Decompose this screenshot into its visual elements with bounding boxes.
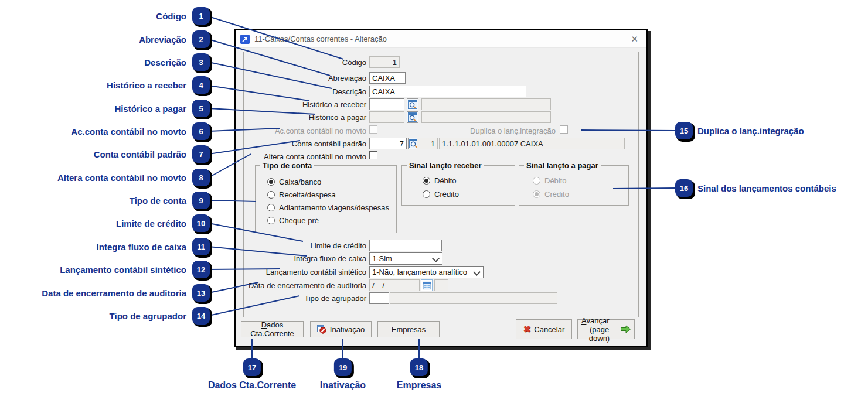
sinal-receber-group: Sinal lançto receber Débito Crédito <box>401 165 515 206</box>
callout-sinal-lancamentos: 16 Sinal dos lançamentos contábeis <box>675 179 836 197</box>
callout-label: Lançamento contábil sintético <box>60 265 186 275</box>
close-icon[interactable]: ✕ <box>627 34 642 45</box>
tipo-conta-group: Tipo de conta Caixa/banco Receita/despes… <box>255 165 397 233</box>
callout-empresas: 18 Empresas <box>397 358 442 391</box>
callout-badge: 7 <box>192 145 210 163</box>
callout-label: Ac.conta contábil no movto <box>71 127 186 136</box>
app-icon <box>240 35 250 44</box>
callout-tipo-conta: Tipo de conta 9 <box>130 192 210 209</box>
callout-label: Tipo de agrupador <box>110 311 186 321</box>
callout-integra-fluxo: Integra fluxo de caixa 11 <box>97 238 210 255</box>
codigo-label: Código <box>342 58 366 67</box>
dados-cta-corrente-button[interactable]: Dados Cta.Corrente <box>241 321 304 337</box>
callout-lanc-sintetico: Lançamento contábil sintético 12 <box>60 261 210 278</box>
button-label: Inativação <box>330 325 365 334</box>
callout-label: Data de encerramento de auditoria <box>42 288 186 298</box>
inativacao-button[interactable]: Inativação <box>310 321 372 337</box>
tipo-agrupador-label: Tipo de agrupador <box>304 294 366 303</box>
callout-badge: 13 <box>192 284 210 302</box>
callout-label: Duplica o lanç.integração <box>697 126 804 136</box>
integra-fluxo-select[interactable]: 1-Sim <box>369 252 442 265</box>
button-label: Avançar (page down) <box>581 316 617 343</box>
radio-label: Débito <box>544 176 567 185</box>
cancelar-button[interactable]: ✖ Cancelar <box>516 319 572 339</box>
sinal-pagar-group: Sinal lançto a pagar Débito Crédito <box>519 165 629 206</box>
title-bar: 11-Caixas/Contas correntes - Alteração ✕ <box>236 30 646 48</box>
callout-badge: 5 <box>192 100 210 117</box>
altera-conta-checkbox[interactable] <box>369 151 377 159</box>
radio-label: Débito <box>434 176 457 185</box>
historico-receber-search-icon[interactable] <box>407 98 418 110</box>
callout-badge: 12 <box>192 261 210 278</box>
radio-label: Cheque pré <box>279 216 319 225</box>
callout-badge: 8 <box>192 169 210 186</box>
callout-label: Empresas <box>397 380 442 391</box>
callout-badge: 2 <box>192 30 210 48</box>
radio-cheque-pre[interactable]: Cheque pré <box>267 216 319 225</box>
radio-receber-credito[interactable]: Crédito <box>423 190 459 199</box>
abreviacao-field[interactable] <box>369 72 406 84</box>
cancel-x-icon: ✖ <box>523 324 531 334</box>
descricao-label: Descrição <box>332 87 366 96</box>
selected-option: 1-Não, lançamento analítico <box>372 268 467 276</box>
data-auditoria-field[interactable] <box>369 279 420 291</box>
radio-pagar-credito: Crédito <box>533 190 569 199</box>
dialog-window: 11-Caixas/Contas correntes - Alteração ✕… <box>234 29 648 347</box>
radio-caixa-banco[interactable]: Caixa/banco <box>267 177 321 186</box>
avancar-button[interactable]: Avançar (page down) <box>577 319 635 339</box>
callout-altera-conta: Altera conta contábil no movto 8 <box>57 169 210 186</box>
advance-arrow-icon <box>621 325 631 333</box>
empresas-button[interactable]: Empresas <box>377 321 440 337</box>
abreviacao-label: Abreviação <box>328 74 366 83</box>
radio-icon <box>267 191 275 199</box>
selected-option: 1-Sim <box>372 254 392 263</box>
callout-label: Tipo de conta <box>130 196 186 206</box>
sinal-receber-caption: Sinal lançto receber <box>407 161 484 170</box>
historico-pagar-label: Histórico a pagar <box>309 113 366 122</box>
radio-icon <box>423 177 430 185</box>
callout-conta-padrao: Conta contábil padrão 7 <box>94 145 210 163</box>
callout-abreviacao: Abreviação 2 <box>139 30 210 48</box>
radio-label: Adiantamento viagens/despesas <box>279 203 389 212</box>
conta-padrao-code-field[interactable] <box>369 138 407 149</box>
callout-badge: 4 <box>192 76 210 94</box>
historico-pagar-search-icon[interactable] <box>407 111 418 123</box>
callout-badge: 15 <box>675 122 693 139</box>
lanc-sintetico-select[interactable]: 1-Não, lançamento analítico <box>369 266 484 278</box>
duplica-label: Duplica o lanç.integração <box>470 127 556 135</box>
radio-icon <box>267 178 275 186</box>
historico-receber-code-field[interactable] <box>369 98 404 110</box>
limite-field[interactable] <box>369 240 442 251</box>
callout-data-auditoria: Data de encerramento de auditoria 13 <box>42 284 210 302</box>
data-auditoria-extra-box <box>434 279 448 291</box>
radio-icon <box>267 217 275 224</box>
radio-receber-debito[interactable]: Débito <box>423 176 457 185</box>
radio-adiantamento[interactable]: Adiantamento viagens/despesas <box>267 203 389 212</box>
descricao-field[interactable] <box>369 86 526 97</box>
button-label: Dados Cta.Corrente <box>245 320 299 338</box>
callout-badge: 19 <box>334 358 352 376</box>
radio-label: Crédito <box>544 190 569 199</box>
callout-label: Limite de crédito <box>116 218 186 228</box>
radio-receita-despesa[interactable]: Receita/despesa <box>267 190 336 199</box>
callout-dados-cta: 17 Dados Cta.Corrente <box>208 358 296 391</box>
chevron-down-icon <box>473 268 481 276</box>
callout-ac-conta: Ac.conta contábil no movto 6 <box>71 122 210 140</box>
historico-pagar-code-field[interactable] <box>369 111 404 123</box>
callout-limite: Limite de crédito 10 <box>116 214 210 232</box>
callout-label: Descrição <box>144 57 186 67</box>
radio-pagar-debito: Débito <box>533 176 567 185</box>
callout-historico-receber: Histórico a receber 4 <box>107 76 210 94</box>
duplica-checkbox[interactable] <box>560 125 568 134</box>
data-auditoria-label: Data de encerramento de auditoria <box>249 281 366 290</box>
sinal-pagar-caption: Sinal lançto a pagar <box>524 161 601 170</box>
codigo-field[interactable] <box>369 56 400 68</box>
ac-conta-checkbox[interactable] <box>369 125 377 134</box>
tipo-agrupador-desc-field <box>390 292 557 304</box>
callout-badge: 10 <box>192 214 210 232</box>
tipo-agrupador-code-field[interactable] <box>369 292 389 304</box>
conta-padrao-conta-field <box>439 138 625 149</box>
calendar-icon[interactable] <box>421 279 433 291</box>
callout-label: Conta contábil padrão <box>94 149 186 159</box>
chevron-down-icon <box>432 255 440 262</box>
